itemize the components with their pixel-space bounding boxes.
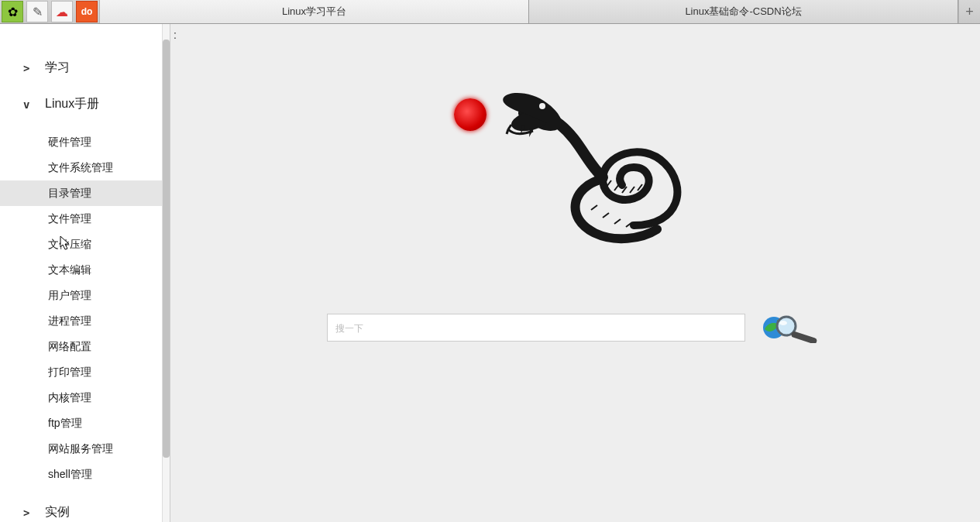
search-input[interactable]	[327, 314, 745, 342]
red-sun-icon	[454, 98, 487, 131]
sidebar-item-shell[interactable]: shell管理	[48, 462, 170, 487]
sidebar-subitems: 硬件管理 文件系统管理 目录管理 文件管理 文件压缩 文本编辑 用户管理 进程管…	[0, 129, 170, 487]
main-content: :	[170, 24, 980, 522]
sidebar-item-print[interactable]: 打印管理	[48, 359, 170, 385]
sidebar: > 学习 v Linux手册 硬件管理 文件系统管理 目录管理 文件管理 文件压…	[0, 24, 170, 522]
svg-rect-4	[790, 331, 817, 343]
sidebar-item-user[interactable]: 用户管理	[48, 283, 170, 308]
ext-icon-4[interactable]: do	[76, 1, 98, 22]
extension-icons: ✿ ✎ ☁ do	[0, 0, 100, 23]
globe-magnifier-icon	[760, 312, 824, 343]
tab-inactive[interactable]: Linux基础命令-CSDN论坛	[529, 0, 958, 23]
search-row	[327, 311, 824, 345]
sidebar-item-directory[interactable]: 目录管理	[0, 180, 170, 206]
ext-icon-2[interactable]: ✎	[26, 1, 48, 22]
ext-icon-3[interactable]: ☁	[51, 1, 73, 22]
chevron-right-icon: >	[23, 507, 34, 519]
new-tab-button[interactable]: +	[958, 0, 980, 23]
site-logo	[448, 86, 703, 264]
sidebar-item-kernel[interactable]: 内核管理	[48, 385, 170, 410]
sidebar-item-process[interactable]: 进程管理	[48, 308, 170, 334]
sidebar-section-label: 实例	[45, 504, 70, 520]
sidebar-item-filesystem[interactable]: 文件系统管理	[48, 155, 170, 180]
browser-tabbar: ✿ ✎ ☁ do Linux学习平台 Linux基础命令-CSDN论坛 +	[0, 0, 980, 24]
content-area: > 学习 v Linux手册 硬件管理 文件系统管理 目录管理 文件管理 文件压…	[0, 24, 980, 522]
sidebar-item-hardware[interactable]: 硬件管理	[48, 129, 170, 155]
sidebar-section-label: Linux手册	[45, 96, 99, 112]
sidebar-nav: > 学习 v Linux手册 硬件管理 文件系统管理 目录管理 文件管理 文件压…	[0, 24, 170, 522]
sidebar-section-linux-manual[interactable]: v Linux手册	[0, 93, 170, 115]
svg-point-3	[779, 321, 787, 325]
ext-icon-1[interactable]: ✿	[2, 1, 23, 22]
scrollbar-thumb[interactable]	[163, 39, 170, 458]
sidebar-section-examples[interactable]: > 实例	[0, 501, 170, 522]
sidebar-item-webserver[interactable]: 网站服务管理	[48, 436, 170, 462]
search-button[interactable]	[759, 311, 824, 345]
chevron-right-icon: >	[23, 62, 34, 74]
sidebar-section-label: 学习	[45, 60, 70, 76]
sidebar-item-compress[interactable]: 文件压缩	[48, 232, 170, 257]
tab-active[interactable]: Linux学习平台	[100, 0, 529, 23]
snake-icon	[487, 86, 703, 256]
sidebar-item-ftp[interactable]: ftp管理	[48, 410, 170, 436]
sidebar-item-network[interactable]: 网络配置	[48, 334, 170, 359]
sidebar-section-study[interactable]: > 学习	[0, 57, 170, 79]
chevron-down-icon: v	[23, 98, 34, 111]
svg-point-0	[539, 103, 545, 109]
sidebar-item-textedit[interactable]: 文本编辑	[48, 257, 170, 283]
sidebar-item-file[interactable]: 文件管理	[48, 206, 170, 232]
sidebar-scrollbar[interactable]	[162, 24, 170, 522]
stray-colon: :	[174, 29, 177, 41]
